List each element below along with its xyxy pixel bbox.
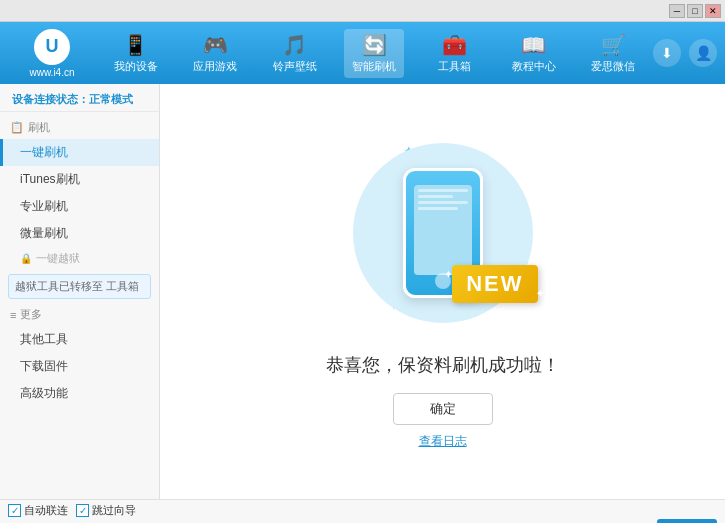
sidebar-section-jailbreak: 🔒 一键越狱 [0, 247, 159, 270]
app-games-label: 应用游戏 [193, 59, 237, 74]
nav-item-smart-flash[interactable]: 🔄 智能刷机 [344, 29, 404, 78]
guided-checkbox[interactable]: ✓ 跳过向导 [76, 503, 136, 518]
window-controls[interactable]: ─ □ ✕ [669, 4, 721, 18]
nav-bar: 📱 我的设备 🎮 应用游戏 🎵 铃声壁纸 🔄 智能刷机 🧰 工具箱 📖 教程中心… [96, 29, 653, 78]
new-ribbon-text: NEW [452, 265, 537, 303]
sidebar-item-advanced[interactable]: 高级功能 [0, 380, 159, 407]
lock-icon: 🔒 [20, 253, 32, 264]
smart-flash-icon: 🔄 [362, 33, 387, 57]
close-button[interactable]: ✕ [705, 4, 721, 18]
sidebar-item-pro-flash[interactable]: 专业刷机 [0, 193, 159, 220]
toolbox-label: 工具箱 [438, 59, 471, 74]
title-bar: ─ □ ✕ [0, 0, 725, 22]
minimize-button[interactable]: ─ [669, 4, 685, 18]
main-area: 设备连接状态：正常模式 📋 刷机 一键刷机 iTunes刷机 专业刷机 微量刷机… [0, 84, 725, 499]
flash-section-label: 刷机 [28, 120, 50, 135]
maximize-button[interactable]: □ [687, 4, 703, 18]
ringtone-icon: 🎵 [282, 33, 307, 57]
logo-text: www.i4.cn [29, 67, 74, 78]
bottom-left: ✓ 自动联连 ✓ 跳过向导 📱 iPhone 12 mini 64GB Down… [8, 503, 168, 523]
screen-line-1 [418, 189, 468, 192]
phone-screen [414, 185, 472, 275]
jailbreak-notice: 越狱工具已转移至 工具箱 [8, 274, 151, 299]
sidebar: 设备连接状态：正常模式 📋 刷机 一键刷机 iTunes刷机 专业刷机 微量刷机… [0, 84, 160, 499]
nav-item-ringtone[interactable]: 🎵 铃声壁纸 [265, 29, 325, 78]
device-status: 设备连接状态：正常模式 [0, 88, 159, 112]
sidebar-item-micro-flash[interactable]: 微量刷机 [0, 220, 159, 247]
auto-connect-checkbox[interactable]: ✓ 自动联连 [8, 503, 68, 518]
nav-item-toolbox[interactable]: 🧰 工具箱 [424, 29, 484, 78]
guided-check-icon: ✓ [76, 504, 89, 517]
nav-item-tutorial[interactable]: 📖 教程中心 [504, 29, 564, 78]
status-value: 正常模式 [89, 93, 133, 105]
nav-item-my-device[interactable]: 📱 我的设备 [106, 29, 166, 78]
user-button[interactable]: 👤 [689, 39, 717, 67]
screen-line-3 [418, 201, 468, 204]
check-update-button[interactable]: 检查更新 [657, 519, 717, 523]
header: U www.i4.cn 📱 我的设备 🎮 应用游戏 🎵 铃声壁纸 🔄 智能刷机 … [0, 22, 725, 84]
new-banner: NEW [452, 265, 537, 303]
sidebar-item-download-fw[interactable]: 下载固件 [0, 353, 159, 380]
sidebar-item-other-tools[interactable]: 其他工具 [0, 326, 159, 353]
more-section-label: 更多 [20, 307, 42, 322]
download-button[interactable]: ⬇ [653, 39, 681, 67]
tutorial-icon: 📖 [521, 33, 546, 57]
weishi-label: 爱思微信 [591, 59, 635, 74]
nav-item-weishi[interactable]: 🛒 爱思微信 [583, 29, 643, 78]
flash-section-icon: 📋 [10, 121, 24, 134]
confirm-button[interactable]: 确定 [393, 393, 493, 425]
screen-line-2 [418, 195, 453, 198]
screen-lines [414, 185, 472, 214]
auto-connect-check-icon: ✓ [8, 504, 21, 517]
bottom-right: V7.98.66 客服 微信公众号 检查更新 [488, 519, 717, 523]
tutorial-label: 教程中心 [512, 59, 556, 74]
ringtone-label: 铃声壁纸 [273, 59, 317, 74]
my-device-icon: 📱 [123, 33, 148, 57]
nav-item-app-games[interactable]: 🎮 应用游戏 [185, 29, 245, 78]
toolbox-icon: 🧰 [442, 33, 467, 57]
content-area: ✦ ✦ ✦ NEW 恭喜您，保资料刷机成功啦！ 确定 [160, 84, 725, 499]
sidebar-item-one-key-flash[interactable]: 一键刷机 [0, 139, 159, 166]
sidebar-section-more: ≡ 更多 [0, 303, 159, 326]
my-device-label: 我的设备 [114, 59, 158, 74]
auto-connect-label: 自动联连 [24, 503, 68, 518]
logo-icon: U [34, 29, 70, 65]
view-log-link[interactable]: 查看日志 [419, 433, 467, 450]
phone-illustration: ✦ ✦ ✦ NEW [343, 133, 543, 333]
more-section-icon: ≡ [10, 309, 16, 321]
checkbox-row: ✓ 自动联连 ✓ 跳过向导 [8, 503, 168, 518]
screen-line-4 [418, 207, 458, 210]
logo-area: U www.i4.cn [8, 29, 96, 78]
smart-flash-label: 智能刷机 [352, 59, 396, 74]
sidebar-item-itunes-flash[interactable]: iTunes刷机 [0, 166, 159, 193]
header-right: ⬇ 👤 [653, 39, 717, 67]
jailbreak-label: 一键越狱 [36, 251, 80, 266]
weishi-icon: 🛒 [601, 33, 626, 57]
guided-label: 跳过向导 [92, 503, 136, 518]
success-message: 恭喜您，保资料刷机成功啦！ [326, 353, 560, 377]
app-games-icon: 🎮 [203, 33, 228, 57]
bottom-bar: ✓ 自动联连 ✓ 跳过向导 📱 iPhone 12 mini 64GB Down… [0, 499, 725, 523]
sidebar-section-flash: 📋 刷机 [0, 116, 159, 139]
status-label: 设备连接状态： [12, 93, 89, 105]
